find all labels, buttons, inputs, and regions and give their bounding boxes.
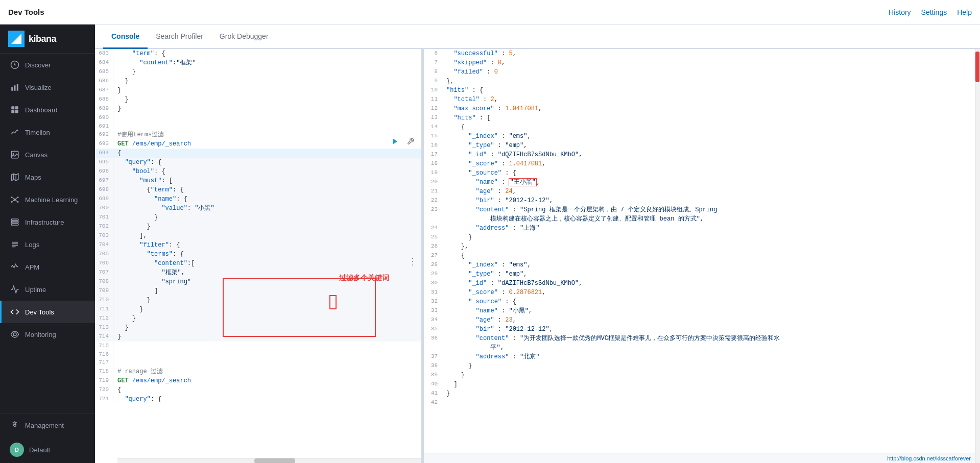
sidebar-item-uptime[interactable]: Uptime — [0, 278, 95, 301]
svg-point-18 — [17, 201, 19, 203]
result-line: 13 "hits" : [ — [424, 113, 975, 123]
sidebar-item-label: Monitoring — [25, 331, 56, 338]
result-line: 27 { — [424, 251, 975, 260]
sidebar-item-ml[interactable]: Machine Learning — [0, 188, 95, 211]
result-line: 15 "_index" : "ems", — [424, 132, 975, 141]
sidebar-item-label: Machine Learning — [25, 196, 78, 204]
code-line: 684 "content":"框架" — [95, 58, 421, 67]
code-line: 706 "content":[ — [95, 259, 421, 268]
editor-scrollbar[interactable] — [117, 458, 421, 463]
main-layout: kibana Discover Visualize Dashboard Time — [0, 25, 980, 463]
code-line-active: 694 { — [95, 149, 421, 158]
more-options-button[interactable]: ··· — [408, 257, 417, 267]
status-url: http://blog.csdn.net/kisscatforever — [887, 455, 971, 461]
ml-icon — [10, 194, 20, 205]
svg-rect-25 — [11, 224, 18, 225]
gear-icon — [10, 420, 20, 430]
results-panel: 6 "successful" : 5, 7 "skipped" : 0, 8 "… — [424, 49, 975, 463]
result-line: 42 — [424, 398, 975, 407]
scrollbar-thumb-right[interactable] — [975, 52, 979, 82]
tab-console[interactable]: Console — [103, 25, 148, 49]
topbar-actions: History Settings Help — [889, 8, 972, 16]
avatar: D — [10, 443, 24, 457]
result-line: 9 }, — [424, 77, 975, 86]
results-content[interactable]: 6 "successful" : 5, 7 "skipped" : 0, 8 "… — [424, 49, 975, 453]
svg-rect-4 — [17, 84, 18, 91]
sidebar-item-label: Uptime — [25, 286, 46, 294]
result-line: 32 "_source" : { — [424, 297, 975, 306]
compass-icon — [10, 60, 20, 70]
result-line: 28 "_index" : "ems", — [424, 260, 975, 270]
sidebar-item-default[interactable]: D Default — [0, 436, 95, 463]
sidebar-item-logs[interactable]: Logs — [0, 233, 95, 256]
options-button[interactable] — [404, 135, 417, 148]
sidebar-item-label: Canvas — [25, 151, 47, 159]
editor-content[interactable]: 683 "term": { 684 "content":"框架" 685 } 6… — [95, 49, 421, 463]
sidebar-item-dashboard[interactable]: Dashboard — [0, 99, 95, 121]
sidebar-item-canvas[interactable]: Canvas — [0, 143, 95, 166]
svg-rect-2 — [11, 87, 13, 91]
apm-icon — [10, 262, 20, 272]
sidebar-item-management[interactable]: Management — [0, 414, 95, 436]
run-button[interactable] — [389, 135, 402, 148]
svg-rect-24 — [11, 222, 18, 223]
svg-marker-32 — [393, 139, 397, 144]
sidebar-item-apm[interactable]: APM — [0, 256, 95, 278]
result-line: 6 "successful" : 5, — [424, 49, 975, 58]
result-line: 38 } — [424, 361, 975, 371]
editor-toolbar — [389, 135, 417, 148]
code-line: 717 — [95, 358, 421, 367]
map-icon — [10, 172, 20, 182]
result-line: 40 ] — [424, 380, 975, 389]
result-line: 8 "failed" : 0 — [424, 67, 975, 77]
svg-point-17 — [11, 201, 13, 203]
result-line: 41 } — [424, 389, 975, 398]
code-line: 691 — [95, 122, 421, 131]
sidebar-item-label: Management — [25, 422, 64, 429]
canvas-icon — [10, 150, 20, 160]
sidebar-item-label: Dashboard — [25, 106, 58, 114]
svg-rect-8 — [15, 110, 18, 113]
timelion-icon — [10, 127, 20, 137]
sidebar-bottom: Management D Default — [0, 413, 95, 463]
code-line: 719 GET /ems/emp/_search — [95, 376, 421, 385]
help-link[interactable]: Help — [957, 8, 972, 16]
result-line: 31 "_score" : 0.2876821, — [424, 288, 975, 297]
scrollbar-thumb[interactable] — [254, 458, 295, 463]
right-scrollbar[interactable] — [975, 49, 980, 463]
code-line: 699 "name": { — [95, 194, 421, 204]
result-line: 30 "_id" : "dAZIFHcB7sSdNbu_KMhO", — [424, 279, 975, 288]
sidebar-item-label: Infrastructure — [25, 218, 64, 226]
result-line: 19 "_source" : { — [424, 168, 975, 178]
code-line: 701 } — [95, 213, 421, 222]
code-line: 685 } — [95, 67, 421, 77]
sidebar-item-timelion[interactable]: Timelion — [0, 121, 95, 143]
code-line: 714 } — [95, 332, 421, 342]
sidebar-logo-text: kibana — [29, 34, 56, 44]
sidebar-item-infrastructure[interactable]: Infrastructure — [0, 211, 95, 233]
tab-search-profiler[interactable]: Search Profiler — [148, 25, 211, 49]
svg-point-31 — [14, 424, 16, 427]
code-line: 712 } — [95, 314, 421, 323]
code-line: 700 "value": "小黑" — [95, 204, 421, 213]
sidebar-logo[interactable]: kibana — [0, 25, 95, 54]
svg-point-30 — [13, 333, 16, 336]
result-line: 模块构建在核心容器之上，核心容器定义了创建、配置和管理 bean 的方式", — [424, 214, 975, 224]
sidebar-item-monitoring[interactable]: Monitoring — [0, 323, 95, 346]
dev-tools-panels: 683 "term": { 684 "content":"框架" 685 } 6… — [95, 49, 980, 463]
sidebar-item-maps[interactable]: Maps — [0, 166, 95, 188]
sidebar-item-discover[interactable]: Discover — [0, 54, 95, 76]
result-line: 11 "total" : 2, — [424, 95, 975, 104]
history-link[interactable]: History — [889, 8, 911, 16]
svg-point-15 — [11, 197, 13, 198]
code-line: 693 GET /ems/emp/_search — [95, 139, 421, 149]
result-line: 16 "_type" : "emp", — [424, 141, 975, 150]
svg-rect-6 — [15, 106, 18, 109]
svg-line-20 — [16, 198, 17, 199]
settings-link[interactable]: Settings — [921, 8, 947, 16]
sidebar-item-devtools[interactable]: Dev Tools — [0, 301, 95, 323]
svg-rect-3 — [14, 85, 16, 91]
tab-grok-debugger[interactable]: Grok Debugger — [211, 25, 277, 49]
result-line: 12 "max_score" : 1.0417081, — [424, 104, 975, 113]
sidebar-item-visualize[interactable]: Visualize — [0, 76, 95, 99]
